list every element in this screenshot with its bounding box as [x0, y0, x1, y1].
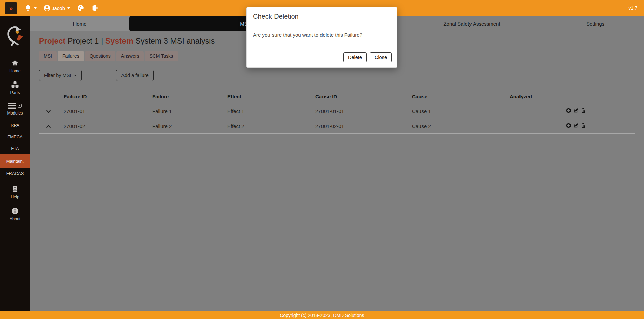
dropdown-caret-icon: [67, 7, 70, 9]
column-header-failure-id: Failure ID: [62, 90, 151, 104]
row-actions: [566, 108, 633, 114]
sidebar-item-label: Modules: [7, 111, 23, 116]
sidebar-item-about[interactable]: About: [0, 203, 30, 225]
modal-footer: Delete Close: [247, 47, 397, 67]
row-add-button[interactable]: [566, 123, 571, 129]
user-menu-button[interactable]: Jacob: [43, 4, 70, 12]
modules-icon: [8, 102, 22, 109]
cell-failure-id: 27001-01: [62, 104, 151, 119]
table-header-row: Failure ID Failure Effect Cause ID Cause…: [39, 90, 635, 104]
sidebar-item-modules[interactable]: Modules: [0, 99, 30, 119]
check-deletion-modal: Check Deletion Are you sure that you wan…: [246, 7, 397, 68]
row-expand-toggle[interactable]: [39, 119, 62, 133]
column-header-effect: Effect: [226, 90, 314, 104]
column-header-cause: Cause: [411, 90, 508, 104]
sidebar-item-label: FRACAS: [6, 171, 24, 176]
cell-failure: Failure 2: [151, 119, 226, 133]
column-header-analyzed: Analyzed: [508, 90, 565, 104]
title-divider: |: [101, 37, 103, 45]
megaphone-icon: [91, 4, 99, 12]
sidebar-item-label: FTA: [11, 146, 19, 151]
announcements-button[interactable]: [91, 4, 99, 12]
sidebar-item-fta[interactable]: FTA: [0, 143, 30, 154]
filter-by-msi-button[interactable]: Filter by MSI: [39, 70, 82, 81]
sidebar-item-label: Maintain.: [6, 158, 24, 164]
sidebar-item-label: Home: [9, 69, 20, 73]
sidebar-item-rpa[interactable]: RPA: [0, 119, 30, 131]
plus-circle-icon: [566, 123, 571, 129]
table-row: 27001-02 Failure 2 Effect 2 27001-02-01 …: [39, 119, 635, 133]
tab-failures[interactable]: Failures: [58, 51, 84, 61]
tab-scm-tasks[interactable]: SCM Tasks: [145, 51, 178, 61]
sidebar-item-parts[interactable]: Parts: [0, 77, 30, 99]
collapse-sidebar-button[interactable]: »: [5, 2, 17, 14]
user-name: Jacob: [52, 5, 65, 11]
palette-icon: [77, 4, 84, 12]
bell-icon: [24, 4, 32, 12]
cell-cause: Cause 1: [411, 104, 508, 119]
sidebar-item-label: About: [10, 217, 21, 221]
notifications-button[interactable]: [24, 4, 37, 12]
cell-cause-id: 27001-01-01: [314, 104, 411, 119]
trash-icon: [581, 108, 586, 114]
cell-analyzed: [508, 119, 565, 133]
tab-msi[interactable]: MSI: [39, 51, 57, 61]
sidebar: Home Parts Modules RPA FMECA FTA Maintai…: [0, 16, 30, 311]
cell-effect: Effect 1: [226, 104, 314, 119]
footer: Copyright (c) 2018-2023, DMD Solutions: [0, 311, 644, 319]
cell-cause: Cause 2: [411, 119, 508, 133]
system-name: System 3 MSI analysis: [136, 37, 215, 45]
tab-questions[interactable]: Questions: [85, 51, 115, 61]
sidebar-item-label: Parts: [10, 90, 20, 95]
modal-title: Check Deletion: [253, 13, 391, 20]
cell-failure: Failure 1: [151, 104, 226, 119]
copyright-text: Copyright (c) 2018-2023, DMD Solutions: [280, 313, 364, 318]
cell-cause-id: 27001-02-01: [314, 119, 411, 133]
sidebar-item-fracas[interactable]: FRACAS: [0, 168, 30, 179]
sidebar-item-home[interactable]: Home: [0, 56, 30, 77]
chevron-up-icon: [46, 123, 51, 129]
add-failure-button[interactable]: Add a failure: [116, 70, 153, 81]
row-edit-button[interactable]: [574, 108, 579, 114]
plus-circle-icon: [566, 108, 571, 114]
column-header-cause-id: Cause ID: [314, 90, 411, 104]
modal-header: Check Deletion: [247, 7, 397, 26]
column-header-expand: [39, 90, 62, 104]
tab-answers[interactable]: Answers: [116, 51, 144, 61]
column-header-failure: Failure: [151, 90, 226, 104]
nav-tab-zonal-safety-assessment[interactable]: Zonal Safety Assessment: [397, 16, 547, 31]
project-label: Project: [39, 37, 65, 45]
modal-body-text: Are you sure that you want to delete thi…: [247, 26, 397, 47]
sidebar-item-label: RPA: [11, 123, 19, 128]
chevron-down-icon: [46, 108, 51, 114]
system-label: System: [105, 37, 133, 45]
row-delete-button[interactable]: [581, 123, 586, 129]
row-edit-button[interactable]: [574, 123, 579, 129]
row-delete-button[interactable]: [581, 108, 586, 114]
trash-icon: [581, 123, 586, 129]
cell-effect: Effect 2: [226, 119, 314, 133]
failures-table: Failure ID Failure Effect Cause ID Cause…: [39, 90, 635, 134]
delete-button[interactable]: Delete: [343, 52, 367, 62]
help-icon: [11, 185, 19, 193]
row-expand-toggle[interactable]: [39, 104, 62, 119]
dropdown-caret-icon: [34, 7, 37, 9]
theme-button[interactable]: [77, 4, 84, 12]
sidebar-item-maintain[interactable]: Maintain.: [0, 154, 30, 168]
cell-failure-id: 27001-02: [62, 119, 151, 133]
user-icon: [43, 4, 51, 12]
row-add-button[interactable]: [566, 108, 571, 114]
sidebar-item-fmeca[interactable]: FMECA: [0, 131, 30, 143]
nav-tab-settings[interactable]: Settings: [547, 16, 644, 31]
version-label: v1.7: [629, 5, 637, 11]
sidebar-item-label: Help: [11, 195, 19, 199]
dropdown-caret-icon: [74, 75, 77, 76]
parts-icon: [11, 81, 19, 89]
nav-tab-home[interactable]: Home: [30, 16, 129, 31]
edit-icon: [574, 123, 579, 129]
row-actions: [566, 123, 633, 129]
home-icon: [11, 59, 19, 67]
add-failure-label: Add a failure: [121, 73, 148, 78]
close-button[interactable]: Close: [370, 52, 392, 62]
sidebar-item-help[interactable]: Help: [0, 181, 30, 203]
